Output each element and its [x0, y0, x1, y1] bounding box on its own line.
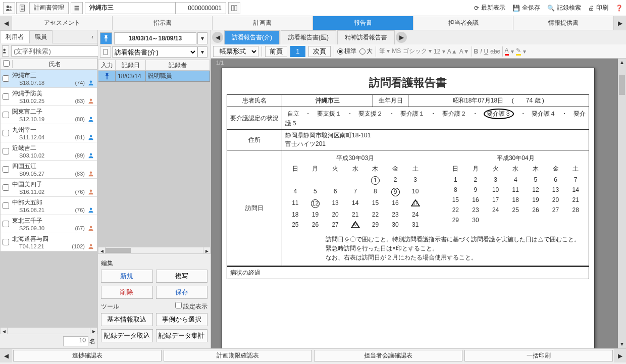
select-all-checkbox[interactable]	[3, 60, 10, 67]
h-scroll-right[interactable]: ▸	[90, 328, 97, 334]
list-icon-button[interactable]	[71, 2, 83, 14]
recsum-button[interactable]: 記録データ集計	[156, 329, 208, 342]
fromcase-button[interactable]: 事例から選択	[156, 313, 208, 326]
user-row-checkbox[interactable]	[3, 148, 9, 154]
bold-button[interactable]: B	[474, 48, 479, 55]
doc-vscroll[interactable]: ▴ ▾	[618, 59, 626, 348]
person-icon	[88, 80, 94, 86]
user-row-checkbox[interactable]	[3, 221, 9, 227]
copy-button[interactable]: 複写	[156, 270, 208, 283]
main-tab-0[interactable]: アセスメント	[12, 16, 113, 30]
radio-large[interactable]: 大	[359, 47, 373, 56]
header-patient-name[interactable]: 沖縄市三	[85, 2, 176, 14]
sub-tab-0[interactable]: 訪看報告書(介)	[224, 30, 280, 44]
doc-icon-button[interactable]	[16, 2, 28, 14]
user-row[interactable]: 関東富二子 S12.10.19 (80)	[1, 106, 97, 124]
main-tab-1[interactable]: 指示書	[113, 16, 213, 30]
cal-day: 2	[465, 176, 486, 183]
user-row[interactable]: 中国美四子 S16.11.02 (76)	[1, 179, 97, 197]
user-row-checkbox[interactable]	[3, 130, 9, 136]
refresh-button[interactable]: ⟳最新表示	[474, 4, 505, 12]
user-row[interactable]: 東北三千子 S25.09.30 (67)	[1, 215, 97, 233]
font-size-select[interactable]: 12 ▾	[434, 48, 445, 55]
doc-type-dd[interactable]: ▾	[197, 46, 207, 58]
font-increase[interactable]: A▲	[447, 48, 457, 55]
h-scroll-left[interactable]: ◂	[1, 328, 8, 334]
user-count-unit: 名	[89, 337, 95, 346]
date-dropdown[interactable]: ▾	[197, 32, 207, 44]
strike-button[interactable]: abc	[490, 48, 500, 55]
cal-day: 15	[446, 196, 466, 203]
print-button[interactable]: 🖨印刷	[588, 4, 608, 12]
document-page[interactable]: 訪問看護報告書 患者氏名 沖縄市三 生年月日 昭和18年07月18日 ( 74 …	[221, 68, 595, 348]
prev-page-button[interactable]: 前頁	[265, 46, 287, 57]
bottom-prev[interactable]: ◀	[0, 349, 12, 362]
help-button[interactable]: ❓	[615, 5, 623, 12]
new-button[interactable]: 新規	[101, 270, 153, 283]
tabs-prev[interactable]: ◀	[0, 16, 12, 30]
users-icon-button[interactable]	[3, 2, 15, 14]
bottom-button-3[interactable]: 一括印刷	[464, 350, 613, 361]
bottom-next[interactable]: ▶	[614, 349, 626, 362]
user-search-input[interactable]	[11, 45, 101, 57]
page-input[interactable]	[290, 46, 305, 57]
underline-button[interactable]: U	[484, 48, 489, 55]
highlight-button[interactable]: ✎	[516, 47, 521, 56]
bottom-button-0[interactable]: 進捗確認表	[13, 350, 162, 361]
italic-button[interactable]: I	[480, 48, 482, 55]
user-row[interactable]: 沖縄予防美 S10.02.25 (83)	[1, 88, 97, 106]
c-scroll-left[interactable]: ◂	[98, 247, 106, 253]
search-records-button[interactable]: 🔍記録検索	[547, 4, 581, 12]
basic-import-button[interactable]: 基本情報取込	[101, 313, 153, 326]
user-row-checkbox[interactable]	[3, 184, 9, 191]
font-color-button[interactable]: A	[505, 47, 509, 56]
user-row-checkbox[interactable]	[3, 166, 9, 173]
font-name-select[interactable]: MS ゴシック ▾	[392, 47, 432, 56]
main-tab-5[interactable]: 情報提供書	[513, 16, 614, 30]
main-tab-2[interactable]: 計画書	[213, 16, 313, 30]
doc-type-select[interactable]: 訪看報告書(介)	[112, 46, 197, 58]
left-tab-staff[interactable]: 職員	[29, 30, 53, 43]
save-button[interactable]: 保存	[156, 286, 208, 299]
date-range[interactable]: 18/03/14～18/09/13	[114, 32, 196, 44]
recimport-button[interactable]: 記録データ取込	[101, 329, 153, 342]
user-row[interactable]: 四国五江 S09.05.27 (83)	[1, 161, 97, 179]
user-row-checkbox[interactable]	[3, 112, 9, 118]
style-dropdown[interactable]: 筆 ▾	[379, 47, 390, 56]
user-row-checkbox[interactable]	[3, 75, 9, 82]
subtabs-next[interactable]: ▶	[396, 32, 407, 43]
cal-day: 20	[325, 211, 345, 218]
left-tab-users[interactable]: 利用者	[0, 30, 29, 43]
cal-dow: 木	[366, 165, 386, 173]
subtabs-prev[interactable]: ◀	[212, 32, 223, 43]
radio-standard[interactable]: 標準	[337, 47, 356, 56]
settings-show-checkbox[interactable]: 設定表示	[175, 302, 207, 311]
font-decrease[interactable]: A▼	[459, 48, 470, 55]
bottom-button-1[interactable]: 計画期限確認表	[164, 350, 312, 361]
sub-tab-1[interactable]: 訪看報告書(医)	[281, 30, 336, 44]
user-row-checkbox[interactable]	[3, 239, 9, 245]
main-tab-3[interactable]: 報告書	[313, 16, 413, 30]
sub-tab-2[interactable]: 精神訪看報告書	[337, 30, 395, 44]
main-tab-4[interactable]: 担当者会議	[413, 16, 514, 30]
record-row[interactable]: 18/03/14 説明職員	[98, 71, 210, 82]
format-select[interactable]: 帳票形式	[213, 46, 258, 57]
user-row[interactable]: 北海道喜与四 T04.12.21 (102)	[1, 233, 97, 251]
user-row[interactable]: 中部大五郎 S16.08.21 (76)	[1, 197, 97, 215]
c-scroll-right[interactable]: ▸	[203, 247, 210, 253]
layout-icon-button[interactable]	[228, 2, 240, 14]
tabs-next[interactable]: ▶	[614, 16, 626, 30]
user-row[interactable]: 九州幸一 S11.12.04 (81)	[1, 124, 97, 142]
user-count: (81)	[75, 134, 85, 140]
user-row[interactable]: 沖縄市三 S18.07.18 (74)	[1, 70, 97, 88]
save-all-button[interactable]: 💾全保存	[512, 4, 540, 12]
user-row[interactable]: 近畿吉二 S03.10.02 (89)	[1, 142, 97, 161]
pin-icon[interactable]	[100, 32, 112, 44]
delete-button[interactable]: 削除	[101, 286, 153, 299]
next-page-button[interactable]: 次頁	[308, 46, 331, 57]
bottom-button-2[interactable]: 担当者会議確認表	[314, 350, 462, 361]
user-filter-icon[interactable]	[2, 45, 9, 57]
user-row-checkbox[interactable]	[3, 202, 9, 209]
user-row-checkbox[interactable]	[3, 93, 9, 100]
left-collapse[interactable]: ‹	[87, 33, 97, 40]
